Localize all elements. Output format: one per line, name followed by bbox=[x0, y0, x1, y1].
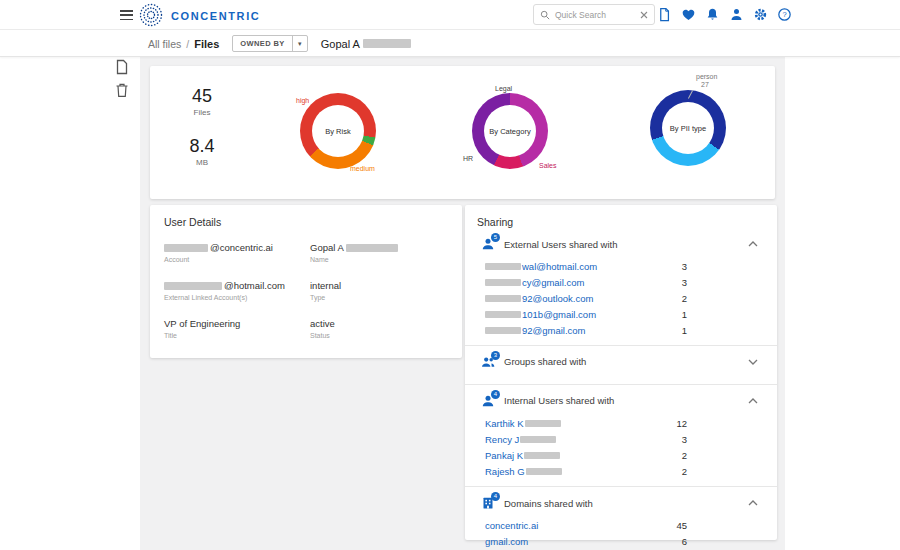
share-list-item[interactable]: Pankaj K2 bbox=[477, 447, 765, 463]
by-risk-title: By Risk bbox=[325, 127, 350, 136]
domains-label: Domains shared with bbox=[504, 498, 739, 509]
external-users-label: External Users shared with bbox=[504, 239, 739, 250]
breadcrumb-all-files[interactable]: All files bbox=[148, 38, 181, 50]
domains-section-header[interactable]: 4 Domains shared with bbox=[477, 487, 765, 517]
hamburger-menu-icon[interactable] bbox=[120, 10, 133, 20]
share-count: 1 bbox=[682, 309, 687, 320]
concentric-logo-icon bbox=[138, 2, 164, 28]
document-icon[interactable] bbox=[656, 6, 673, 23]
share-list-item[interactable]: 92@gmail.com1 bbox=[477, 322, 765, 338]
shared-with-name: Pankaj K bbox=[485, 450, 682, 461]
owner-name: Gopal A bbox=[321, 38, 411, 50]
file-icon[interactable] bbox=[114, 59, 130, 75]
breadcrumb-files: Files bbox=[194, 38, 219, 50]
owned-by-dropdown[interactable]: OWNED BY ▾ bbox=[232, 35, 307, 52]
field-label: Account bbox=[164, 256, 302, 263]
by-category-donut-chart[interactable]: By Category bbox=[472, 93, 548, 169]
shared-with-name: cy@gmail.com bbox=[485, 277, 682, 288]
count-badge: 4 bbox=[491, 492, 500, 501]
collapse-chevron-icon[interactable] bbox=[748, 241, 758, 247]
dropdown-caret-icon[interactable]: ▾ bbox=[292, 36, 307, 51]
shared-with-name: Karthik K bbox=[485, 418, 676, 429]
category-label-legal: Legal bbox=[495, 85, 512, 92]
redacted-text bbox=[524, 452, 560, 459]
brand-wordmark: CONCENTRIC bbox=[171, 10, 260, 22]
count-badge: 5 bbox=[491, 233, 500, 242]
sharing-section-external-users: 5 External Users shared with wal@hotmail… bbox=[477, 228, 765, 345]
by-pii-type-donut-chart[interactable]: By PII type bbox=[650, 90, 726, 166]
share-count: 45 bbox=[676, 520, 687, 531]
share-count: 12 bbox=[676, 418, 687, 429]
redacted-text bbox=[526, 468, 562, 475]
pii-label-person-count: 27 bbox=[701, 81, 709, 88]
by-risk-donut-hole: By Risk bbox=[312, 105, 364, 157]
files-count-label: Files bbox=[170, 108, 234, 117]
user-detail-field: @concentric.aiAccount bbox=[164, 242, 302, 263]
file-stats-card: 45 Files 8.4 MB By Risk By Category By P… bbox=[150, 66, 775, 199]
share-list-item[interactable]: Karthik K12 bbox=[477, 416, 765, 432]
main-content: 45 Files 8.4 MB By Risk By Category By P… bbox=[140, 57, 785, 550]
redacted-text bbox=[363, 39, 411, 48]
groups-list bbox=[477, 376, 765, 384]
breadcrumb-separator: / bbox=[186, 38, 189, 50]
help-icon[interactable]: ? bbox=[776, 6, 793, 23]
files-count-stat: 45 Files bbox=[170, 86, 234, 117]
share-count: 2 bbox=[682, 293, 687, 304]
share-count: 6 bbox=[682, 536, 687, 547]
share-count: 1 bbox=[682, 325, 687, 336]
share-list-item[interactable]: cy@gmail.com3 bbox=[477, 275, 765, 291]
share-list-item[interactable]: 92@outlook.com2 bbox=[477, 291, 765, 307]
user-detail-field: Gopal AName bbox=[310, 242, 448, 263]
redacted-text bbox=[525, 420, 561, 427]
svg-text:?: ? bbox=[782, 10, 786, 19]
share-list-item[interactable]: wal@hotmail.com3 bbox=[477, 259, 765, 275]
share-list-item[interactable]: gmail.com6 bbox=[477, 534, 765, 550]
collapse-chevron-icon[interactable] bbox=[748, 398, 758, 404]
domains-list: concentric.ai45gmail.com6hotmail.com3out… bbox=[477, 517, 765, 550]
sharing-section-domains: 4 Domains shared with concentric.ai45gma… bbox=[477, 487, 765, 550]
notifications-bell-icon[interactable] bbox=[704, 6, 721, 23]
share-count: 3 bbox=[682, 277, 687, 288]
field-label: Title bbox=[164, 332, 302, 339]
header-actions: ? bbox=[656, 6, 793, 23]
search-icon bbox=[540, 10, 550, 20]
account-person-icon[interactable] bbox=[728, 6, 745, 23]
share-list-item[interactable]: 101b@gmail.com1 bbox=[477, 306, 765, 322]
redacted-text bbox=[485, 263, 521, 270]
internal-users-section-header[interactable]: 4 Internal Users shared with bbox=[477, 385, 765, 415]
clear-search-icon[interactable] bbox=[640, 11, 648, 19]
redacted-text bbox=[485, 311, 521, 318]
redacted-text bbox=[164, 244, 208, 252]
owner-name-text: Gopal A bbox=[321, 38, 360, 50]
external-users-section-header[interactable]: 5 External Users shared with bbox=[477, 228, 765, 258]
field-value: active bbox=[310, 318, 448, 329]
field-label: External Linked Account(s) bbox=[164, 294, 302, 301]
trash-icon[interactable] bbox=[114, 82, 130, 98]
favorite-heart-icon[interactable] bbox=[680, 6, 697, 23]
expand-chevron-icon[interactable] bbox=[748, 359, 758, 365]
user-details-title: User Details bbox=[164, 216, 448, 228]
search-box[interactable]: Quick Search bbox=[533, 4, 655, 25]
domains-icon: 4 bbox=[481, 496, 495, 510]
share-list-item[interactable]: Rency J3 bbox=[477, 432, 765, 448]
share-list-item[interactable]: Rajesh G2 bbox=[477, 463, 765, 479]
risk-label-medium: medium bbox=[350, 165, 375, 172]
sharing-card: Sharing 5 External Users shared with wal… bbox=[465, 205, 777, 540]
shared-with-name: wal@hotmail.com bbox=[485, 261, 682, 272]
groups-section-header[interactable]: 3 Groups shared with bbox=[477, 346, 765, 376]
pii-label-person: person bbox=[696, 73, 717, 80]
share-count: 3 bbox=[682, 434, 687, 445]
total-size-stat: 8.4 MB bbox=[170, 136, 234, 167]
share-list-item[interactable]: concentric.ai45 bbox=[477, 518, 765, 534]
groups-icon: 3 bbox=[481, 355, 495, 369]
user-detail-field: activeStatus bbox=[310, 318, 448, 339]
sharing-section-internal-users: 4 Internal Users shared with Karthik K12… bbox=[477, 385, 765, 486]
by-pii-type-donut-hole: By PII type bbox=[662, 102, 714, 154]
by-category-donut-hole: By Category bbox=[484, 105, 536, 157]
collapse-chevron-icon[interactable] bbox=[748, 500, 758, 506]
by-pii-type-title: By PII type bbox=[670, 124, 706, 133]
by-risk-donut-chart[interactable]: By Risk bbox=[300, 93, 376, 169]
shared-with-name: gmail.com bbox=[485, 536, 682, 547]
settings-gear-icon[interactable] bbox=[752, 6, 769, 23]
field-value: @hotmail.com bbox=[164, 280, 302, 291]
